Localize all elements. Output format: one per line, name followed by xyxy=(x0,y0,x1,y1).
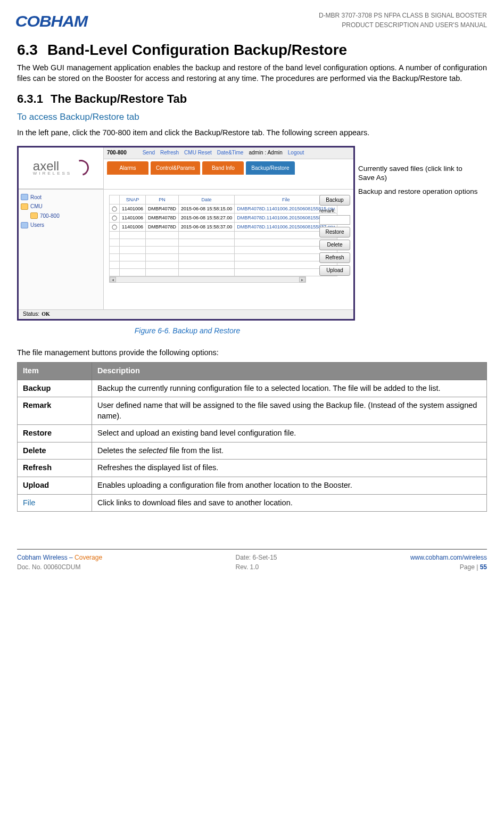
subsection-heading: 6.3.1The Backup/Restore Tab xyxy=(17,91,487,107)
table-row[interactable]: ◯11401006DMBR4078D2015-06-08 15:58:37.00… xyxy=(110,223,337,232)
cell-snap: 11401006 xyxy=(120,213,146,222)
footer-page-label: Page | xyxy=(460,563,480,571)
tab-band-info[interactable]: Band Info xyxy=(202,161,244,175)
tree-root[interactable]: Root xyxy=(21,193,101,202)
options-row: FileClick links to download files and sa… xyxy=(18,494,487,512)
options-row: RefreshRefreshes the displayed list of f… xyxy=(18,460,487,477)
doc-title-line1: D-MBR 3707-3708 PS NFPA CLASS B SIGNAL B… xyxy=(319,11,487,20)
table-row-empty xyxy=(110,232,337,239)
tab-alarms[interactable]: Alarms xyxy=(107,161,148,175)
row-radio[interactable]: ◯ xyxy=(110,204,120,213)
app-title-row: 700-800 Send Refresh CMU Reset Date&Time… xyxy=(104,147,353,159)
app-top-right: 700-800 Send Refresh CMU Reset Date&Time… xyxy=(104,147,353,189)
tree-700-800[interactable]: 700-800 xyxy=(21,211,101,221)
horizontal-scrollbar[interactable]: ◂ ▸ xyxy=(109,276,306,283)
upload-button[interactable]: Upload xyxy=(319,265,350,276)
remark-input[interactable] xyxy=(319,215,350,225)
app-body: Root CMU 700-800 Users xyxy=(19,189,353,309)
axell-logo-cell: axell WIRELESS xyxy=(19,147,104,189)
tab-control-params[interactable]: Control&Params xyxy=(151,161,200,175)
top-link-datetime[interactable]: Date&Time xyxy=(217,149,244,157)
footer-left: Cobham Wireless – Coverage Doc. No. 0006… xyxy=(17,553,102,572)
section-title: Band-Level Configuration Backup/Restore xyxy=(47,42,347,58)
cell-pn: DMBR4078D xyxy=(146,223,179,232)
footer-doc-no: Doc. No. 00060CDUM xyxy=(17,562,102,572)
band-label: 700-800 xyxy=(107,149,127,157)
row-radio[interactable]: ◯ xyxy=(110,223,120,232)
options-item: Upload xyxy=(18,477,92,495)
axell-logo-sub: WIRELESS xyxy=(33,171,72,175)
section-para: The Web GUI management application enabl… xyxy=(17,63,487,84)
options-desc: Select and upload an existing band level… xyxy=(92,425,487,442)
options-item: Remark xyxy=(18,397,92,425)
options-desc: Refreshes the displayed list of files. xyxy=(92,460,487,477)
app-main: SNAP PN Date File ◯11401006DMBR4078D2015… xyxy=(104,190,353,309)
admin-label: admin : Admin xyxy=(249,149,282,157)
swirl-icon xyxy=(70,157,92,179)
refresh-button[interactable]: Refresh xyxy=(319,252,350,263)
status-bar: Status: OK xyxy=(19,309,353,319)
remark-label: remark: xyxy=(319,208,350,214)
tree-users[interactable]: Users xyxy=(21,220,101,230)
tree-root-label: Root xyxy=(30,194,42,201)
row-radio[interactable]: ◯ xyxy=(110,213,120,222)
figure-area: axell WIRELESS 700-800 Send Refresh CMU … xyxy=(17,146,487,321)
options-item: Backup xyxy=(18,380,92,397)
options-row: UploadEnables uploading a configuration … xyxy=(18,477,487,495)
tree-cmu[interactable]: CMU xyxy=(21,202,101,211)
tree-users-label: Users xyxy=(30,222,44,229)
doc-title-line2: PRODUCT DESCRIPTION AND USER'S MANUAL xyxy=(319,20,487,30)
figure-caption: Figure 6-6. Backup and Restore xyxy=(17,326,358,336)
options-desc: Deletes the selected file from the list. xyxy=(92,442,487,460)
app-top: axell WIRELESS 700-800 Send Refresh CMU … xyxy=(19,147,353,189)
options-header-desc: Description xyxy=(92,363,487,380)
table-row[interactable]: ◯11401006DMBR4078D2015-06-08 15:58:27.00… xyxy=(110,213,337,222)
options-item: Refresh xyxy=(18,460,92,477)
subsection-number: 6.3.1 xyxy=(17,92,43,105)
footer-page-num: 55 xyxy=(480,563,487,571)
col-pn[interactable]: PN xyxy=(146,195,179,204)
footer-company: Cobham Wireless – xyxy=(17,554,75,561)
footer-right: www.cobham.com/wireless Page | 55 xyxy=(410,553,487,572)
tree-cmu-label: CMU xyxy=(30,203,43,210)
options-row: BackupBackup the currently running confi… xyxy=(18,380,487,397)
cell-date: 2015-06-08 15:58:37.00 xyxy=(179,223,235,232)
figure-callouts: Currently saved files (click link to Sav… xyxy=(358,146,481,196)
scroll-right-icon[interactable]: ▸ xyxy=(299,277,305,282)
options-table: Item Description BackupBackup the curren… xyxy=(17,362,487,512)
footer-mid: Date: 6-Set-15 Rev. 1.0 xyxy=(235,553,277,572)
options-item: File xyxy=(18,494,92,512)
folder-icon xyxy=(21,194,28,200)
footer-rev: Rev. 1.0 xyxy=(235,562,277,572)
axell-logo: axell WIRELESS xyxy=(33,160,89,176)
options-item: Restore xyxy=(18,425,92,442)
options-desc: User defined name that will be assigned … xyxy=(92,397,487,425)
col-date[interactable]: Date xyxy=(179,195,235,204)
cell-date: 2015-06-08 15:58:27.00 xyxy=(179,213,235,222)
section-heading: 6.3Band-Level Configuration Backup/Resto… xyxy=(17,40,487,60)
top-link-refresh[interactable]: Refresh xyxy=(160,149,179,157)
top-link-cmu-reset[interactable]: CMU Reset xyxy=(184,149,212,157)
tab-backup-restore[interactable]: Backup/Restore xyxy=(246,161,294,175)
table-row-empty xyxy=(110,261,337,269)
footer-date: Date: 6-Set-15 xyxy=(235,553,277,562)
logout-link[interactable]: Logout xyxy=(288,149,304,157)
app-tabs: Alarms Control&Params Band Info Backup/R… xyxy=(104,159,353,189)
options-desc: Click links to download files and save t… xyxy=(92,494,487,512)
status-value: OK xyxy=(42,310,50,318)
col-snap[interactable]: SNAP xyxy=(120,195,146,204)
status-prefix: Status: xyxy=(23,310,39,318)
backup-button[interactable]: Backup xyxy=(319,195,350,206)
delete-button[interactable]: Delete xyxy=(319,240,350,250)
folder-icon xyxy=(21,203,28,210)
callout-operation-options: Backup and restore operation options xyxy=(358,187,481,196)
footer-coverage: Coverage xyxy=(75,554,102,561)
app-window: axell WIRELESS 700-800 Send Refresh CMU … xyxy=(17,146,355,321)
restore-button[interactable]: Restore xyxy=(319,227,350,237)
cell-snap: 11401006 xyxy=(120,223,146,232)
table-row[interactable]: ◯11401006DMBR4078D2015-06-08 15:58:15.00… xyxy=(110,204,337,213)
top-link-send[interactable]: Send xyxy=(143,149,155,157)
doc-title-block: D-MBR 3707-3708 PS NFPA CLASS B SIGNAL B… xyxy=(319,11,487,30)
scroll-left-icon[interactable]: ◂ xyxy=(110,277,116,282)
cell-pn: DMBR4078D xyxy=(146,213,179,222)
